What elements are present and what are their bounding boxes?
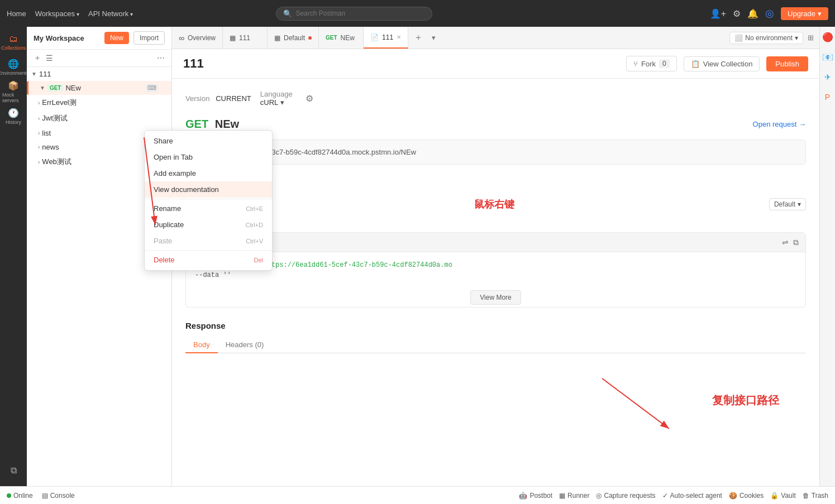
get-method-row: GET NEw (185, 118, 239, 131)
tab-doc-icon: 📄 (370, 33, 379, 41)
tab-chevron-icon[interactable]: ▾ (428, 33, 439, 42)
nav-workspaces[interactable]: Workspaces▾ (35, 9, 79, 18)
sidebar-item-mock-servers[interactable]: 📦 Mock servers (2, 80, 25, 103)
context-menu-share[interactable]: Share (145, 133, 272, 149)
chevron-right-icon: › (38, 159, 40, 165)
response-tab-body[interactable]: Body (185, 337, 218, 353)
view-collection-button[interactable]: 📋 View Collection (684, 56, 760, 71)
tab-add-button[interactable]: ＋ (408, 32, 428, 44)
default-select[interactable]: Default ▾ (769, 198, 806, 210)
curl-filter-icon[interactable]: ⇌ (782, 238, 789, 247)
context-menu: Share Open in Tab Add example View docum… (144, 130, 273, 271)
nav-api-network[interactable]: API Network▾ (88, 9, 133, 18)
tab-collection-icon: ▦ (230, 34, 236, 42)
postbot-icon: 🤖 (519, 492, 527, 500)
lang-chevron-icon: ▾ (280, 98, 284, 107)
tab-overview[interactable]: ∞ Overview (172, 27, 223, 49)
bottom-bar: Online ▤ Console 🤖 Postbot ▦ Runner ◎ Ca… (0, 486, 835, 504)
right-icon-red[interactable]: 🔴 (822, 31, 833, 42)
tab-default[interactable]: ▦ Default (268, 27, 319, 49)
context-menu-view-docs[interactable]: View documentation (145, 181, 272, 198)
description-placeholder[interactable]: Add request description... (185, 176, 806, 184)
icon-sidebar: 🗂 Collections 🌐 Environments 📦 Mock serv… (0, 27, 27, 486)
collections-icon: 🗂 (9, 34, 18, 44)
search-icon: 🔍 (283, 9, 292, 18)
search-bar[interactable]: 🔍 (276, 7, 432, 21)
curl-body: curl --location 'https://6ea1dd61-5cef-4… (186, 252, 805, 288)
get-method-label: GET (185, 118, 208, 130)
upgrade-button[interactable]: Upgrade▾ (781, 7, 828, 20)
fork-count: 0 (659, 59, 670, 68)
context-menu-rename[interactable]: Rename Ctrl+E (145, 200, 272, 217)
chevron-down-icon: ▼ (31, 71, 37, 77)
sort-icon[interactable]: ☰ (46, 54, 53, 63)
runner-item[interactable]: ▦ Runner (559, 492, 589, 500)
panel-actions: New Import (104, 31, 165, 45)
doc-settings-icon[interactable]: ⚙ (306, 93, 313, 104)
online-indicator[interactable]: Online (7, 492, 33, 500)
doc-actions: ⑂ Fork 0 📋 View Collection Publish (626, 56, 808, 71)
tree-item[interactable]: › ErrLevel测 (27, 95, 171, 111)
console-icon: ▤ (42, 492, 48, 500)
tab-close-icon[interactable]: ✕ (397, 34, 401, 40)
fork-icon: ⑂ (633, 60, 638, 68)
search-input[interactable] (295, 9, 425, 17)
fork-button[interactable]: ⑂ Fork 0 (626, 56, 677, 71)
top-nav: Home Workspaces▾ API Network▾ 🔍 👤+ ⚙ 🔔 ◎… (0, 0, 835, 27)
console-item[interactable]: ▤ Console (42, 492, 75, 500)
nav-home[interactable]: Home (7, 9, 26, 18)
settings-icon[interactable]: ⚙ (733, 8, 741, 19)
doc-header: 111 ⑂ Fork 0 📋 View Collection Publish (172, 49, 819, 79)
response-tab-headers[interactable]: Headers (0) (218, 337, 272, 353)
env-select[interactable]: ⬜ No environment ▾ (729, 32, 803, 44)
view-more-button[interactable]: View More (470, 290, 521, 305)
workspace-area: My Workspace New Import ＋ ☰ ⋯ ▼ 111 ⋯ (27, 27, 835, 486)
request-section-title: Request (185, 218, 806, 227)
add-collaborator-icon[interactable]: 👤+ (710, 8, 726, 19)
vault-item[interactable]: 🔒 Vault (770, 492, 795, 500)
auto-select-agent-item[interactable]: ✓ Auto-select agent (662, 492, 722, 500)
new-button[interactable]: New (104, 32, 129, 44)
tree-item[interactable]: › Jwt测试 (27, 111, 171, 126)
tab-bar: ∞ Overview ▦ 111 ▦ Default GET NEw 📄 (172, 27, 819, 49)
tab-get-new[interactable]: GET NEw (319, 27, 364, 49)
language-select[interactable]: cURL ▾ (260, 98, 297, 107)
context-menu-duplicate[interactable]: Duplicate Ctrl+D (145, 217, 272, 233)
right-icon-telegram[interactable]: ✈ (822, 71, 833, 83)
context-menu-add-example[interactable]: Add example (145, 165, 272, 181)
right-icon-postman[interactable]: P (822, 92, 833, 103)
sidebar-item-flows[interactable]: ⧉ (2, 459, 25, 482)
sidebar-item-environments[interactable]: 🌐 Environments (2, 56, 25, 78)
right-icon-outlook[interactable]: 📧 (822, 51, 833, 63)
sidebar-item-collections[interactable]: 🗂 Collections (2, 31, 25, 54)
env-settings-icon[interactable]: ⊞ (808, 33, 814, 42)
open-request-link[interactable]: Open request → (753, 120, 806, 128)
sidebar-item-history[interactable]: 🕐 History (2, 105, 25, 127)
publish-button[interactable]: Publish (766, 56, 808, 71)
context-menu-paste[interactable]: Paste Ctrl+V (145, 233, 272, 249)
tab-111-first[interactable]: ▦ 111 (223, 27, 268, 49)
mock-servers-icon: 📦 (8, 80, 19, 91)
postbot-item[interactable]: 🤖 Postbot (519, 492, 552, 500)
panel-header: My Workspace New Import (27, 27, 171, 50)
cookies-item[interactable]: 🍪 Cookies (729, 492, 764, 500)
curl-line-1: curl --location 'https://6ea1dd61-5cef-4… (195, 260, 796, 270)
get-method-badge: GET (47, 84, 64, 92)
runner-icon: ▦ (559, 492, 565, 500)
sync-icon[interactable]: ◎ (765, 7, 774, 20)
tree-get-new-item[interactable]: ▼ GET NEw ⌨ ⋯ (27, 81, 171, 95)
curl-copy-icon[interactable]: ⧉ (793, 238, 799, 247)
capture-requests-item[interactable]: ◎ Capture requests (596, 492, 655, 500)
tree-root-item[interactable]: ▼ 111 ⋯ (27, 67, 171, 81)
tab-111-doc[interactable]: 📄 111 ✕ (364, 27, 408, 49)
version-label: Version (185, 94, 209, 103)
context-menu-open-tab[interactable]: Open in Tab (145, 149, 272, 165)
more-options-icon[interactable]: ⋯ (157, 54, 165, 63)
cookies-icon: 🍪 (729, 492, 737, 500)
add-collection-icon[interactable]: ＋ (34, 53, 41, 63)
trash-item[interactable]: 🗑 Trash (803, 492, 828, 500)
bell-icon[interactable]: 🔔 (747, 8, 758, 19)
import-button[interactable]: Import (133, 31, 165, 45)
doc-title: 111 (183, 56, 204, 71)
context-menu-delete[interactable]: Delete Del (145, 252, 272, 268)
